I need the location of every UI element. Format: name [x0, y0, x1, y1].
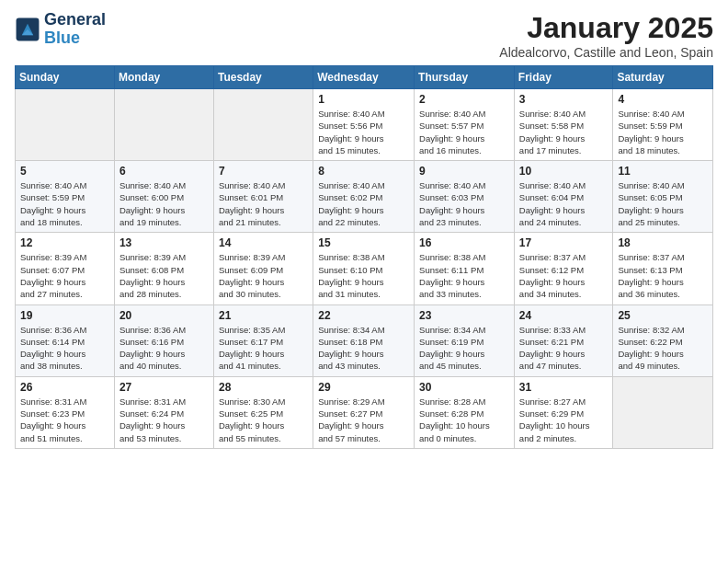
calendar-header-saturday: Saturday [613, 66, 713, 89]
calendar-cell: 28Sunrise: 8:30 AM Sunset: 6:25 PM Dayli… [213, 376, 313, 448]
calendar-week-row: 5Sunrise: 8:40 AM Sunset: 5:59 PM Daylig… [16, 161, 713, 233]
day-info: Sunrise: 8:36 AM Sunset: 6:16 PM Dayligh… [119, 324, 209, 373]
calendar-cell: 27Sunrise: 8:31 AM Sunset: 6:24 PM Dayli… [114, 376, 213, 448]
day-number: 24 [519, 309, 609, 322]
day-number: 9 [419, 165, 509, 178]
day-info: Sunrise: 8:37 AM Sunset: 6:12 PM Dayligh… [519, 251, 609, 300]
day-info: Sunrise: 8:37 AM Sunset: 6:13 PM Dayligh… [618, 251, 708, 300]
calendar-cell: 21Sunrise: 8:35 AM Sunset: 6:17 PM Dayli… [213, 304, 313, 376]
calendar-header-friday: Friday [514, 66, 613, 89]
day-info: Sunrise: 8:38 AM Sunset: 6:10 PM Dayligh… [318, 251, 409, 300]
calendar-cell: 15Sunrise: 8:38 AM Sunset: 6:10 PM Dayli… [313, 233, 415, 304]
calendar-header-wednesday: Wednesday [313, 66, 415, 89]
calendar-header-thursday: Thursday [415, 66, 515, 89]
day-number: 17 [519, 236, 609, 249]
day-info: Sunrise: 8:32 AM Sunset: 6:22 PM Dayligh… [618, 324, 708, 373]
day-number: 22 [318, 309, 409, 322]
calendar-cell: 16Sunrise: 8:38 AM Sunset: 6:11 PM Dayli… [415, 233, 515, 304]
calendar-header-tuesday: Tuesday [213, 66, 313, 89]
day-number: 18 [618, 236, 708, 249]
day-number: 15 [318, 236, 409, 249]
page: General Blue January 2025 Aldealcorvo, C… [0, 0, 728, 563]
day-info: Sunrise: 8:39 AM Sunset: 6:08 PM Dayligh… [119, 251, 209, 300]
day-number: 27 [119, 381, 209, 394]
calendar-cell: 26Sunrise: 8:31 AM Sunset: 6:23 PM Dayli… [16, 376, 115, 448]
day-info: Sunrise: 8:40 AM Sunset: 5:56 PM Dayligh… [318, 108, 409, 156]
logo: General Blue [15, 11, 106, 48]
location-subtitle: Aldealcorvo, Castille and Leon, Spain [499, 45, 713, 60]
calendar-cell: 5Sunrise: 8:40 AM Sunset: 5:59 PM Daylig… [16, 161, 115, 233]
calendar-cell: 10Sunrise: 8:40 AM Sunset: 6:04 PM Dayli… [514, 161, 613, 233]
calendar-cell: 22Sunrise: 8:34 AM Sunset: 6:18 PM Dayli… [313, 304, 415, 376]
day-number: 29 [318, 381, 409, 394]
calendar-header-monday: Monday [114, 66, 213, 89]
title-block: January 2025 Aldealcorvo, Castille and L… [499, 11, 713, 60]
day-info: Sunrise: 8:36 AM Sunset: 6:14 PM Dayligh… [20, 324, 109, 373]
calendar-header-row: SundayMondayTuesdayWednesdayThursdayFrid… [16, 66, 713, 89]
calendar-cell [16, 89, 115, 161]
calendar-week-row: 12Sunrise: 8:39 AM Sunset: 6:07 PM Dayli… [16, 233, 713, 304]
day-info: Sunrise: 8:30 AM Sunset: 6:25 PM Dayligh… [219, 396, 308, 444]
calendar-cell: 4Sunrise: 8:40 AM Sunset: 5:59 PM Daylig… [613, 89, 713, 161]
day-info: Sunrise: 8:34 AM Sunset: 6:18 PM Dayligh… [318, 324, 409, 373]
calendar-cell: 30Sunrise: 8:28 AM Sunset: 6:28 PM Dayli… [415, 376, 515, 448]
day-number: 5 [20, 165, 109, 178]
day-number: 6 [119, 165, 209, 178]
day-number: 1 [318, 93, 409, 106]
day-info: Sunrise: 8:40 AM Sunset: 5:58 PM Dayligh… [519, 108, 609, 156]
day-number: 16 [419, 236, 509, 249]
day-number: 21 [219, 309, 308, 322]
calendar-cell: 17Sunrise: 8:37 AM Sunset: 6:12 PM Dayli… [514, 233, 613, 304]
day-info: Sunrise: 8:35 AM Sunset: 6:17 PM Dayligh… [219, 324, 308, 373]
calendar-cell: 11Sunrise: 8:40 AM Sunset: 6:05 PM Dayli… [613, 161, 713, 233]
calendar-cell: 9Sunrise: 8:40 AM Sunset: 6:03 PM Daylig… [415, 161, 515, 233]
day-number: 28 [219, 381, 308, 394]
calendar-cell: 13Sunrise: 8:39 AM Sunset: 6:08 PM Dayli… [114, 233, 213, 304]
calendar-cell: 24Sunrise: 8:33 AM Sunset: 6:21 PM Dayli… [514, 304, 613, 376]
day-info: Sunrise: 8:33 AM Sunset: 6:21 PM Dayligh… [519, 324, 609, 373]
calendar-cell: 2Sunrise: 8:40 AM Sunset: 5:57 PM Daylig… [415, 89, 515, 161]
calendar-cell: 23Sunrise: 8:34 AM Sunset: 6:19 PM Dayli… [415, 304, 515, 376]
calendar-cell: 1Sunrise: 8:40 AM Sunset: 5:56 PM Daylig… [313, 89, 415, 161]
day-info: Sunrise: 8:39 AM Sunset: 6:09 PM Dayligh… [219, 251, 308, 300]
day-info: Sunrise: 8:31 AM Sunset: 6:24 PM Dayligh… [119, 396, 209, 444]
day-info: Sunrise: 8:29 AM Sunset: 6:27 PM Dayligh… [318, 396, 409, 444]
day-number: 14 [219, 236, 308, 249]
header: General Blue January 2025 Aldealcorvo, C… [15, 11, 713, 60]
calendar-table: SundayMondayTuesdayWednesdayThursdayFrid… [15, 65, 713, 449]
day-number: 4 [618, 93, 708, 106]
day-number: 8 [318, 165, 409, 178]
calendar-header-sunday: Sunday [16, 66, 115, 89]
day-info: Sunrise: 8:40 AM Sunset: 5:59 PM Dayligh… [20, 179, 109, 228]
day-number: 13 [119, 236, 209, 249]
day-info: Sunrise: 8:31 AM Sunset: 6:23 PM Dayligh… [20, 396, 109, 444]
calendar-week-row: 1Sunrise: 8:40 AM Sunset: 5:56 PM Daylig… [16, 89, 713, 161]
calendar-cell: 12Sunrise: 8:39 AM Sunset: 6:07 PM Dayli… [16, 233, 115, 304]
calendar-cell: 6Sunrise: 8:40 AM Sunset: 6:00 PM Daylig… [114, 161, 213, 233]
calendar-cell [114, 89, 213, 161]
day-number: 19 [20, 309, 109, 322]
day-info: Sunrise: 8:40 AM Sunset: 5:59 PM Dayligh… [618, 108, 708, 156]
calendar-cell: 29Sunrise: 8:29 AM Sunset: 6:27 PM Dayli… [313, 376, 415, 448]
calendar-cell: 19Sunrise: 8:36 AM Sunset: 6:14 PM Dayli… [16, 304, 115, 376]
calendar-cell: 8Sunrise: 8:40 AM Sunset: 6:02 PM Daylig… [313, 161, 415, 233]
logo-line2: Blue [44, 29, 106, 48]
day-info: Sunrise: 8:40 AM Sunset: 5:57 PM Dayligh… [419, 108, 509, 156]
day-number: 25 [618, 309, 708, 322]
calendar-cell: 31Sunrise: 8:27 AM Sunset: 6:29 PM Dayli… [514, 376, 613, 448]
day-info: Sunrise: 8:27 AM Sunset: 6:29 PM Dayligh… [519, 396, 609, 444]
day-info: Sunrise: 8:40 AM Sunset: 6:02 PM Dayligh… [318, 179, 409, 228]
day-info: Sunrise: 8:40 AM Sunset: 6:01 PM Dayligh… [219, 179, 308, 228]
day-info: Sunrise: 8:40 AM Sunset: 6:05 PM Dayligh… [618, 179, 708, 228]
day-number: 12 [20, 236, 109, 249]
day-number: 2 [419, 93, 509, 106]
day-info: Sunrise: 8:40 AM Sunset: 6:03 PM Dayligh… [419, 179, 509, 228]
logo-line1: General [44, 11, 106, 29]
day-number: 30 [419, 381, 509, 394]
day-number: 23 [419, 309, 509, 322]
day-number: 10 [519, 165, 609, 178]
calendar-week-row: 26Sunrise: 8:31 AM Sunset: 6:23 PM Dayli… [16, 376, 713, 448]
day-number: 26 [20, 381, 109, 394]
calendar-cell: 3Sunrise: 8:40 AM Sunset: 5:58 PM Daylig… [514, 89, 613, 161]
calendar-cell [213, 89, 313, 161]
